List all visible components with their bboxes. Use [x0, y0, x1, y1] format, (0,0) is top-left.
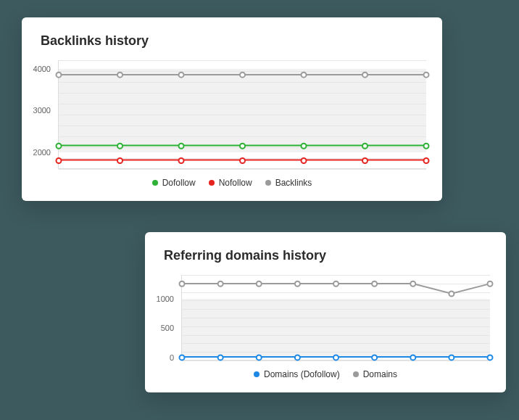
- svg-point-27: [410, 355, 415, 360]
- y-tick-label: 4000: [33, 65, 51, 73]
- svg-point-19: [362, 73, 368, 78]
- referring-domains-card: Referring domains history 05001000 Domai…: [145, 232, 506, 392]
- svg-point-32: [257, 281, 262, 287]
- y-tick-label: 1000: [157, 295, 174, 303]
- legend-domains: Domains (Dofollow)Domains: [145, 361, 506, 392]
- svg-point-37: [449, 292, 454, 297]
- svg-point-17: [240, 73, 245, 78]
- legend-color-icon: [254, 371, 260, 377]
- svg-point-29: [488, 355, 493, 360]
- svg-point-33: [295, 281, 300, 287]
- svg-point-21: [180, 355, 185, 360]
- svg-point-1: [117, 144, 123, 149]
- svg-point-10: [240, 158, 245, 163]
- svg-point-13: [424, 158, 429, 163]
- svg-point-18: [302, 73, 307, 78]
- svg-point-11: [302, 158, 307, 163]
- svg-point-36: [410, 281, 415, 287]
- y-tick-label: 500: [161, 324, 174, 332]
- legend-color-icon: [152, 180, 158, 186]
- svg-point-26: [372, 355, 377, 360]
- svg-point-31: [218, 281, 223, 287]
- svg-point-15: [117, 73, 123, 78]
- legend-item: Nofollow: [209, 178, 252, 188]
- svg-point-16: [179, 73, 184, 78]
- svg-point-35: [372, 281, 377, 287]
- legend-item: Domains (Dofollow): [254, 369, 340, 379]
- svg-point-12: [362, 158, 368, 163]
- svg-point-25: [333, 355, 339, 360]
- svg-point-24: [295, 355, 300, 360]
- legend-color-icon: [209, 180, 215, 186]
- legend-label: Nofollow: [219, 178, 252, 188]
- legend-label: Domains: [363, 369, 397, 379]
- svg-point-3: [240, 144, 245, 149]
- svg-point-22: [218, 355, 223, 360]
- y-axis-backlinks: 200030004000: [22, 60, 55, 169]
- svg-point-6: [424, 144, 429, 149]
- chart-title-backlinks: Backlinks history: [22, 17, 442, 53]
- legend-label: Domains (Dofollow): [264, 369, 340, 379]
- svg-point-30: [180, 281, 185, 287]
- chart-title-domains: Referring domains history: [145, 232, 506, 268]
- domains-chart: 05001000: [145, 275, 506, 361]
- legend-color-icon: [265, 180, 271, 186]
- svg-point-7: [57, 158, 62, 163]
- svg-point-20: [424, 73, 429, 78]
- plot-area-backlinks: [58, 60, 426, 169]
- legend-color-icon: [353, 371, 359, 377]
- legend-backlinks: DofollowNofollowBacklinks: [22, 169, 442, 201]
- legend-item: Backlinks: [265, 178, 312, 188]
- svg-point-34: [333, 281, 339, 287]
- svg-point-8: [117, 158, 123, 163]
- backlinks-history-card: Backlinks history 200030004000 DofollowN…: [22, 17, 442, 201]
- y-tick-label: 3000: [33, 106, 51, 115]
- legend-item: Dofollow: [152, 178, 196, 188]
- svg-point-23: [257, 355, 262, 360]
- svg-point-5: [362, 144, 368, 149]
- svg-point-38: [488, 281, 493, 287]
- svg-point-2: [179, 144, 184, 149]
- svg-point-0: [57, 144, 62, 149]
- legend-label: Backlinks: [275, 178, 312, 188]
- y-tick-label: 2000: [33, 148, 51, 157]
- y-tick-label: 0: [170, 353, 174, 362]
- legend-label: Dofollow: [162, 178, 196, 188]
- svg-point-9: [179, 158, 184, 163]
- backlinks-chart: 200030004000: [22, 60, 442, 169]
- plot-area-domains: [181, 275, 490, 361]
- svg-point-28: [449, 355, 454, 360]
- svg-point-14: [57, 73, 62, 78]
- y-axis-domains: 05001000: [145, 275, 178, 361]
- legend-item: Domains: [353, 369, 397, 379]
- svg-point-4: [302, 144, 307, 149]
